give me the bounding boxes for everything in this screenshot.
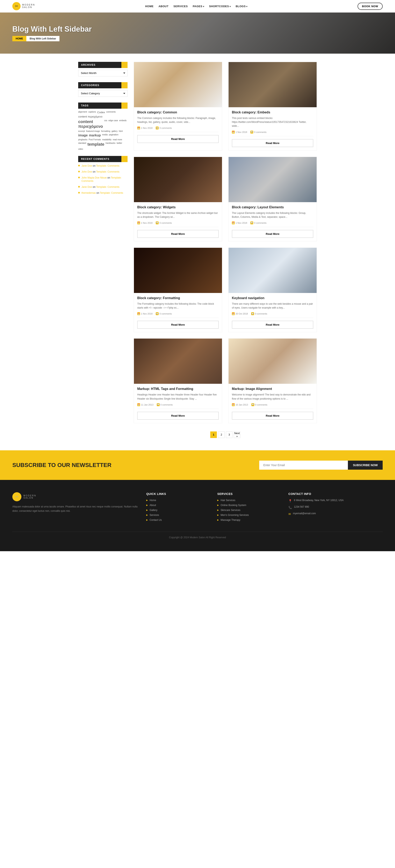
tag-embeds[interactable]: embeds <box>119 119 126 129</box>
nav-shortcodes[interactable]: SHORTCODES <box>209 5 231 8</box>
tag-readability[interactable]: readability <box>102 138 112 141</box>
read-more-button-8[interactable]: Read More <box>232 412 313 420</box>
comment-icon: 💬 <box>250 221 253 224</box>
footer-service-massage: ▶Massage Therapy <box>217 519 280 521</box>
tag-video[interactable]: video <box>78 148 83 150</box>
tag-gallery[interactable]: gallery <box>112 130 117 132</box>
tag-codex[interactable]: Codex <box>97 111 105 114</box>
read-more-button-5[interactable]: Read More <box>137 321 219 329</box>
tag-html[interactable]: html <box>119 130 122 132</box>
tag-template[interactable]: template <box>87 142 104 147</box>
meta-comments-8: 💬 0 comments <box>251 403 267 406</box>
page-button-3[interactable]: 3 <box>226 431 232 438</box>
book-now-button[interactable]: Book Now <box>358 3 383 10</box>
calendar-icon: 📅 <box>232 403 235 406</box>
email-icon: ✉ <box>288 513 291 516</box>
archives-section: ARCHIVES Select Month November 2018 Octo… <box>78 62 128 76</box>
footer-quick-links-list: ▶Home ▶About ▶Gallery ▶Services ▶Contact… <box>146 499 209 521</box>
comment-item: Jane Doe on Template: Comments <box>78 185 128 189</box>
logo[interactable]: ✂ MODERN SALON <box>12 2 35 10</box>
tag-captions[interactable]: captions <box>88 111 96 114</box>
arrow-icon: ▶ <box>217 504 219 506</box>
blog-image-8 <box>229 339 317 384</box>
blog-meta-4: 📅 1 Nov 2018 💬 0 comments <box>232 221 313 227</box>
page-button-2[interactable]: 2 <box>218 431 225 438</box>
footer-link-services: ▶Services <box>146 514 209 517</box>
footer-services-list: ▶Hair Services ▶Online Booking System ▶S… <box>217 499 280 521</box>
footer-service-hair: ▶Hair Services <box>217 499 280 502</box>
tag-trackbacks[interactable]: trackbacks <box>106 142 115 147</box>
footer-logo: ✂ MODERN SALON <box>12 492 138 501</box>
tag-edge-case[interactable]: edge case <box>108 119 118 129</box>
tag-pagination[interactable]: pagination <box>109 133 118 137</box>
blog-title-7: Markup: HTML Tags and Formatting <box>137 387 219 391</box>
newsletter-subscribe-button[interactable]: Subscribe Now <box>348 461 383 470</box>
tag-post-formats[interactable]: Post Formats <box>89 138 101 141</box>
tag-comments[interactable]: comments <box>106 111 116 114</box>
comment-item: themedemas on Template: Comments <box>78 191 128 195</box>
arrow-icon: ▶ <box>217 509 219 511</box>
footer-services-col: Services ▶Hair Services ▶Online Booking … <box>217 492 280 524</box>
blog-card-2: Block category: Embeds This post tests v… <box>228 62 317 151</box>
tag-css[interactable]: css <box>104 119 107 129</box>
read-more-button-3[interactable]: Read More <box>137 230 219 238</box>
comment-dot-icon <box>78 177 80 178</box>
tag-media[interactable]: media <box>102 133 108 137</box>
meta-date-6: 📅 20 Oct 2018 <box>232 312 248 315</box>
tag-content-lg[interactable]: contentπεριεχόμενο <box>78 119 103 129</box>
nav-about[interactable]: ABOUT <box>159 5 169 8</box>
blog-card-6: Keyboard navigation There are many diffe… <box>228 248 317 332</box>
tag-image[interactable]: image <box>78 133 88 137</box>
read-more-button-7[interactable]: Read More <box>137 412 219 420</box>
nav-services[interactable]: SERVICES <box>173 5 188 8</box>
tag-content[interactable]: content περιεχόμενο <box>78 115 103 118</box>
calendar-icon: 📅 <box>137 221 140 224</box>
blog-excerpt-6: There are many different ways to use the… <box>232 302 313 310</box>
tag-markup[interactable]: markup <box>89 133 101 137</box>
archives-select[interactable]: Select Month November 2018 October 2018 … <box>78 70 128 76</box>
tag-featured-image[interactable]: featured image <box>86 130 100 132</box>
read-more-button-2[interactable]: Read More <box>232 139 313 147</box>
breadcrumb-current: Blog With Left Sidebar <box>26 36 59 41</box>
page-button-1[interactable]: 1 <box>210 431 217 438</box>
nav-blogs[interactable]: BLOGS <box>235 5 247 8</box>
tag-pingbacks[interactable]: pingbacks <box>78 138 87 141</box>
archives-title: ARCHIVES <box>78 62 128 68</box>
nav-home[interactable]: HOME <box>145 5 153 8</box>
arrow-icon: ▶ <box>146 514 148 516</box>
blog-card-7: Markup: HTML Tags and Formatting Heading… <box>134 338 222 423</box>
categories-select[interactable]: Select Category Common Embeds Widgets La… <box>78 90 128 97</box>
meta-date-7: 📅 11 Jan 2013 <box>137 403 153 406</box>
tag-alignment[interactable]: alignment <box>78 111 87 114</box>
tag-formatting[interactable]: formatting <box>101 130 110 132</box>
blog-card-1: Block category: Common The Common catego… <box>134 62 222 151</box>
comment-item: John Mapia Doe Ntoue on Template: Commen… <box>78 176 128 183</box>
tag-twitter[interactable]: twitter <box>117 142 122 147</box>
comment-text: Jane Doe on Template: Comments <box>82 185 119 189</box>
meta-comments-3: 💬 0 comments <box>156 221 172 224</box>
tag-excerpt[interactable]: excerpt <box>78 130 85 132</box>
footer-logo-text: MODERN SALON <box>24 495 36 499</box>
location-icon: 📍 <box>288 499 292 502</box>
tag-standard[interactable]: standard <box>78 142 86 147</box>
read-more-button-6[interactable]: Read More <box>232 321 313 329</box>
read-more-button-1[interactable]: Read More <box>137 135 219 143</box>
categories-section: CATEGORIES Select Category Common Embeds… <box>78 82 128 97</box>
page-next-button[interactable]: Next » <box>234 431 240 438</box>
blog-body-8: Markup: Image Alignment Welcome to image… <box>229 384 317 423</box>
nav-pages[interactable]: PAGES <box>193 5 204 8</box>
read-more-button-4[interactable]: Read More <box>232 230 313 238</box>
blog-excerpt-5: The Formatting category includes the fol… <box>137 302 219 310</box>
tag-read-more[interactable]: read more <box>113 138 122 141</box>
comment-item: John Doe on Template: Comments <box>78 170 128 174</box>
newsletter-email-input[interactable] <box>259 461 348 470</box>
blog-meta-8: 📅 10 Jan 2013 💬 0 comments <box>232 403 313 409</box>
comment-dot-icon <box>78 171 80 173</box>
blog-grid: Block category: Common The Common catego… <box>134 62 317 438</box>
breadcrumb-home[interactable]: HOME <box>12 36 26 41</box>
meta-date-5: 📅 1 Nov 2018 <box>137 312 152 315</box>
blog-meta-2: 📅 1 Nov 2018 💬 0 comments <box>232 131 313 136</box>
arrow-icon: ▶ <box>146 504 148 506</box>
meta-date-4: 📅 1 Nov 2018 <box>232 221 247 224</box>
main-container: ARCHIVES Select Month November 2018 Octo… <box>74 62 321 438</box>
